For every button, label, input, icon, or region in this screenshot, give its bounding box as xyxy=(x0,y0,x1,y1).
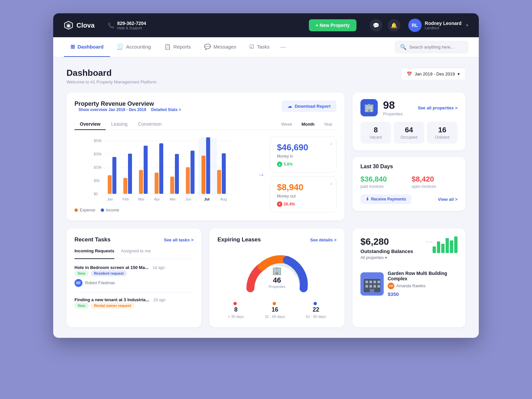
view-all-link[interactable]: View all > xyxy=(438,197,458,202)
money-in-arrow[interactable]: › xyxy=(331,141,332,146)
tab-conversion[interactable]: Conversion xyxy=(133,119,167,130)
tab-leasing[interactable]: Leasing xyxy=(106,119,133,130)
see-all-properties-link[interactable]: See all properties > xyxy=(418,105,458,110)
last-30-title: Last 30 Days xyxy=(360,164,393,170)
balances-menu[interactable]: ··· xyxy=(426,238,433,245)
bottom-grid: Recent Tasks See all tasks > Incoming Re… xyxy=(66,228,466,327)
lease-segment-60: 16 31 - 60 days xyxy=(265,300,285,319)
svg-rect-19 xyxy=(155,173,159,194)
mini-bar-chart xyxy=(433,236,458,253)
messages-icon: 💬 xyxy=(204,44,211,50)
red-dot xyxy=(233,302,237,305)
svg-rect-43 xyxy=(377,281,380,283)
chevron-down-icon: ▾ xyxy=(458,71,460,76)
notifications-button[interactable]: 🔔 xyxy=(388,19,400,32)
tab-month[interactable]: Month xyxy=(298,120,319,128)
tab-incoming[interactable]: Incoming Requests xyxy=(74,248,114,259)
time-tabs: Week Month Year xyxy=(277,120,336,128)
property-image xyxy=(360,272,384,296)
see-details-link[interactable]: See details > xyxy=(310,237,336,242)
detailed-stats-link[interactable]: Detailed Stats > xyxy=(151,107,181,112)
revenue-subtitle: Show overview Jan 2019 - Des 2019 xyxy=(78,107,146,112)
svg-rect-44 xyxy=(365,285,368,288)
tab-year[interactable]: Year xyxy=(320,120,336,128)
legend-expense: Expense xyxy=(74,208,95,212)
properties-label: Properties xyxy=(383,111,403,116)
user-role: Landlord xyxy=(425,26,462,30)
occupied-stat: 64 Occupied xyxy=(394,122,424,144)
dashboard-header: Dashboard Welcome to #1 Property Managem… xyxy=(66,68,466,84)
nav-item-tasks[interactable]: ☑ Tasks xyxy=(243,37,276,57)
donut-chart: 🏢 46 Properties xyxy=(217,248,336,295)
property-agent: AR Amanda Rawles xyxy=(388,283,458,289)
money-cards: › $46,690 Money in ▲ 5.8% › $8,940 Money… xyxy=(270,137,336,212)
svg-rect-23 xyxy=(186,167,190,194)
logo: Clova xyxy=(64,21,94,30)
svg-rect-22 xyxy=(175,154,179,194)
legend-income: Income xyxy=(101,208,119,212)
new-property-button[interactable]: + New Property xyxy=(309,19,356,31)
svg-rect-42 xyxy=(373,281,376,283)
tab-assigned[interactable]: Assigned to me xyxy=(121,248,151,256)
tab-overview[interactable]: Overview xyxy=(74,119,106,130)
search-bar[interactable]: 🔍 xyxy=(395,41,468,53)
open-invoices-amount: $8,420 xyxy=(412,175,458,184)
agent-avatar: AR xyxy=(388,283,394,289)
receive-icon: ⬇ xyxy=(366,197,369,201)
svg-rect-14 xyxy=(112,157,116,194)
money-in-badge: ▲ 5.8% xyxy=(277,162,293,167)
svg-text:Jun: Jun xyxy=(185,197,191,201)
tasks-tabs: Incoming Requests Assigned to me xyxy=(74,248,194,259)
search-icon: 🔍 xyxy=(400,44,407,50)
phone-sub: Help & Support xyxy=(117,26,146,30)
nav-more[interactable]: ··· xyxy=(276,43,290,51)
nav-item-dashboard[interactable]: ⊞ Dashboard xyxy=(64,37,110,57)
svg-text:Jan: Jan xyxy=(107,197,113,201)
svg-rect-21 xyxy=(170,177,174,194)
mini-bar-3 xyxy=(441,244,445,253)
nav-item-accounting[interactable]: 🧾 Accounting xyxy=(110,37,157,57)
lease-segment-90: 22 61 - 90 days xyxy=(306,300,326,319)
expense-dot xyxy=(74,208,78,212)
svg-rect-48 xyxy=(370,289,374,292)
accounting-icon: 🧾 xyxy=(117,44,123,50)
revenue-title: Property Revenue Overview xyxy=(74,100,181,107)
task-avatar-1: RF xyxy=(74,279,82,287)
nav-item-reports[interactable]: 📋 Reports xyxy=(158,37,198,57)
up-indicator: ▲ xyxy=(277,162,282,167)
chat-button[interactable]: 💬 xyxy=(370,19,382,32)
paid-invoices-label: paid invoices xyxy=(360,184,406,189)
tab-week[interactable]: Week xyxy=(277,120,296,128)
balances-filter[interactable]: All properties ▾ xyxy=(360,255,433,260)
svg-text:Feb: Feb xyxy=(123,197,129,201)
page-subtitle: Welcome to #1 Property Management Platfo… xyxy=(66,79,157,84)
building-icon: 🏢 xyxy=(269,266,285,275)
svg-rect-24 xyxy=(191,151,195,194)
chart-svg: $50k $35k $20k $5k $0 xyxy=(74,137,253,204)
see-all-tasks-link[interactable]: See all tasks > xyxy=(164,237,194,242)
income-dot xyxy=(101,208,104,212)
svg-text:Aug: Aug xyxy=(220,197,227,201)
svg-rect-26 xyxy=(201,156,205,194)
badge-resident: Resident request xyxy=(91,270,127,276)
mini-bar-6 xyxy=(454,236,458,253)
svg-rect-13 xyxy=(108,175,112,194)
last-30-days-card: Last 30 Days $36,840 paid invoices $8,42… xyxy=(352,157,466,211)
search-input[interactable] xyxy=(409,45,463,50)
nav-item-messages[interactable]: 💬 Messages xyxy=(198,37,243,57)
revenue-card: Property Revenue Overview Show overview … xyxy=(66,92,344,220)
unlisted-stat: 16 Unlisted xyxy=(427,122,458,144)
main-content: Dashboard Welcome to #1 Property Managem… xyxy=(53,57,479,338)
task-user-1: RF Robert Friedman xyxy=(74,279,194,287)
dashboard-icon: ⊞ xyxy=(70,44,75,50)
date-range-picker[interactable]: 📅 Jan 2019 - Des 2019 ▾ xyxy=(401,68,466,80)
money-out-arrow[interactable]: › xyxy=(331,181,332,186)
header-icons: 💬 🔔 xyxy=(370,19,400,32)
download-report-button[interactable]: ☁ Download Report xyxy=(282,100,336,112)
badge-new-1: New xyxy=(74,270,89,276)
user-section[interactable]: RL Rodney Leonard Landlord ▾ xyxy=(408,19,468,32)
chart-right-arrow[interactable]: → xyxy=(258,171,265,179)
chart-legend: Expense Income xyxy=(74,208,253,212)
header: Clova 📞 829-362-7204 Help & Support + Ne… xyxy=(53,13,479,37)
receive-payments-button[interactable]: ⬇ Receive Payments xyxy=(360,194,411,204)
